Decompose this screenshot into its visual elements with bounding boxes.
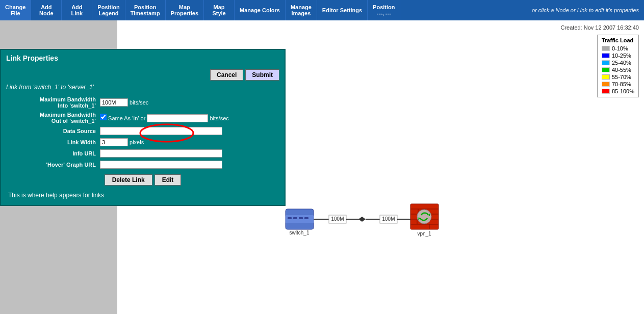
legend-label-0: 0-10%: [612, 45, 628, 52]
svg-text:100M: 100M: [382, 216, 395, 222]
legend-row-4: 55-70%: [602, 73, 634, 81]
legend-title: Traffic Load: [602, 37, 634, 43]
link-width-label: Link Width: [6, 137, 98, 148]
legend-row-6: 85-100%: [602, 88, 634, 95]
svg-text:vpn_1: vpn_1: [417, 231, 431, 237]
max-bw-out-row: Maximum BandwidthOut of 'switch_1' Same …: [6, 110, 279, 125]
legend-label-6: 85-100%: [612, 88, 634, 95]
add-link-btn[interactable]: AddLink: [62, 0, 92, 20]
data-source-input-wrap: [100, 127, 222, 135]
hover-graph-row: 'Hover' Graph URL: [6, 159, 279, 170]
legend-color-4: [602, 74, 610, 80]
svg-rect-3: [293, 217, 297, 219]
max-bw-in-label: Maximum BandwidthInto 'switch_1': [6, 95, 98, 110]
max-bw-in-row: Maximum BandwidthInto 'switch_1' bits/se…: [6, 95, 279, 110]
data-source-input[interactable]: [100, 127, 222, 135]
legend-label-5: 70-85%: [612, 81, 631, 88]
legend-row-0: 0-10%: [602, 45, 634, 52]
link-width-input[interactable]: [100, 138, 128, 146]
position-timestamp-btn[interactable]: PositionTimestamp: [125, 0, 166, 20]
legend-color-1: [602, 53, 610, 58]
form-table: Maximum BandwidthInto 'switch_1' bits/se…: [6, 95, 279, 170]
same-as-in-checkbox[interactable]: [100, 114, 107, 120]
legend-row-2: 25-40%: [602, 59, 634, 66]
max-bw-in-value-cell: bits/sec: [98, 95, 279, 110]
map-style-btn[interactable]: MapStyle: [204, 0, 235, 20]
editor-settings-btn[interactable]: Editor Settings: [317, 0, 368, 20]
link-description: Link from 'switch_1' to 'server_1': [6, 84, 279, 91]
max-bw-in-input[interactable]: [100, 98, 128, 107]
link-properties-panel: Link Properties Cancel Submit Link from …: [0, 49, 286, 206]
max-bw-out-label: Maximum BandwidthOut of 'switch_1': [6, 110, 98, 125]
data-source-row: Data Source: [6, 125, 279, 137]
data-source-cell: [98, 125, 279, 137]
legend-row-5: 70-85%: [602, 81, 634, 88]
legend-label-1: 10-25%: [612, 52, 631, 59]
hover-graph-value-cell: [98, 159, 279, 170]
cancel-button[interactable]: Cancel: [210, 69, 243, 81]
legend-color-0: [602, 46, 610, 51]
legend-label-3: 40-55%: [612, 66, 631, 73]
manage-images-btn[interactable]: ManageImages: [286, 0, 317, 20]
action-buttons: Delete Link Edit: [6, 174, 279, 186]
info-url-input[interactable]: [100, 149, 222, 158]
max-bw-out-value-cell: Same As 'In' or bits/sec: [98, 110, 279, 125]
svg-text:switch_1: switch_1: [290, 230, 310, 236]
max-bw-in-unit: bits/sec: [130, 99, 148, 106]
legend-row-3: 40-55%: [602, 66, 634, 73]
panel-body: Cancel Submit Link from 'switch_1' to 's…: [1, 66, 285, 205]
svg-point-25: [417, 210, 431, 224]
add-node-btn[interactable]: AddNode: [31, 0, 62, 20]
data-source-label: Data Source: [6, 125, 98, 137]
toolbar: ChangeFile AddNode AddLink PositionLegen…: [0, 0, 644, 20]
legend-label-2: 25-40%: [612, 59, 631, 66]
edit-button[interactable]: Edit: [154, 174, 182, 186]
legend-color-5: [602, 82, 610, 87]
link-width-row: Link Width pixels: [6, 137, 279, 148]
map-properties-btn[interactable]: MapProperties: [166, 0, 204, 20]
panel-buttons: Cancel Submit: [6, 69, 279, 81]
main-area: Created: Nov 12 2007 16:32:40 Traffic Lo…: [0, 20, 644, 314]
delete-link-button[interactable]: Delete Link: [105, 174, 152, 186]
legend-color-2: [602, 60, 610, 65]
toolbar-info: or click a Node or Link to edit it's pro…: [527, 0, 644, 20]
link-width-unit: pixels: [130, 139, 144, 145]
position-legend-btn[interactable]: PositionLegend: [92, 0, 125, 20]
info-url-value-cell: [98, 148, 279, 159]
same-as-in-label: Same As 'In' or: [108, 115, 147, 121]
legend-row-1: 10-25%: [602, 52, 634, 59]
position-btn[interactable]: Position---, ---: [368, 0, 400, 20]
legend-color-3: [602, 67, 610, 72]
info-url-label: Info URL: [6, 148, 98, 159]
network-svg: switch_1 100M 100M: [280, 189, 586, 250]
svg-rect-4: [299, 217, 303, 219]
manage-colors-btn[interactable]: Manage Colors: [235, 0, 286, 20]
info-url-row: Info URL: [6, 148, 279, 159]
svg-rect-2: [288, 217, 292, 219]
change-file-btn[interactable]: ChangeFile: [0, 0, 31, 20]
legend-color-6: [602, 89, 610, 94]
hover-graph-input[interactable]: [100, 161, 222, 169]
svg-rect-5: [304, 217, 308, 219]
hover-graph-label: 'Hover' Graph URL: [6, 159, 98, 170]
link-width-value-cell: pixels: [98, 137, 279, 148]
max-bw-out-input[interactable]: [147, 114, 208, 122]
help-text: This is where help appears for links: [6, 189, 279, 200]
svg-marker-11: [358, 217, 366, 222]
traffic-legend: Traffic Load 0-10% 10-25% 25-40% 40-55% …: [597, 35, 639, 97]
max-bw-out-unit: bits/sec: [210, 115, 228, 121]
panel-title: Link Properties: [1, 50, 285, 66]
submit-button[interactable]: Submit: [245, 69, 279, 81]
created-timestamp: Created: Nov 12 2007 16:32:40: [560, 24, 639, 31]
svg-text:100M: 100M: [331, 216, 344, 222]
legend-label-4: 55-70%: [612, 73, 631, 81]
